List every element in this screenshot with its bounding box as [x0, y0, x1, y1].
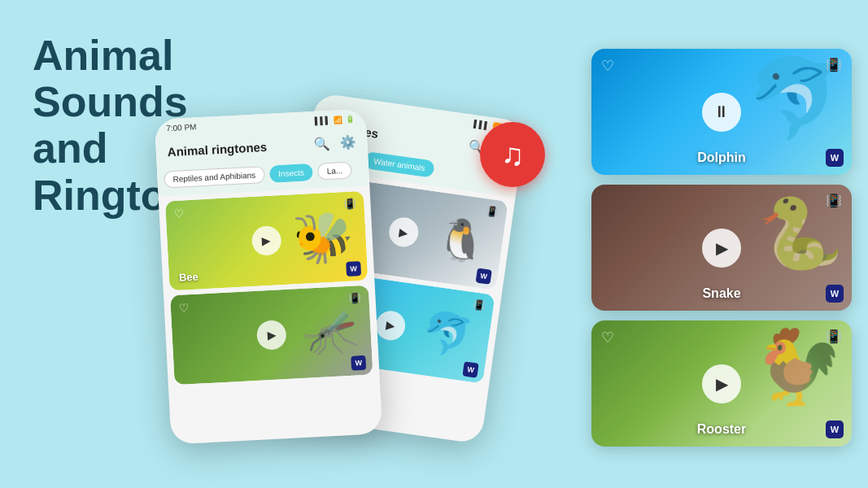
snake-card: 🐍 ▶ 📳 Snake W	[591, 185, 852, 311]
dolphin-pause-btn[interactable]: ⏸	[702, 93, 741, 132]
insect-w-badge: W	[351, 355, 366, 371]
rooster-heart-icon[interactable]: ♡	[601, 329, 614, 346]
penguin-emoji: 🐧	[433, 213, 489, 267]
penguin-phone-icon: 📳	[486, 205, 499, 218]
settings-icon-front[interactable]: ⚙️	[339, 134, 356, 150]
rooster-phone-icon: 📳	[826, 329, 842, 344]
bee-phone-icon: 📳	[343, 198, 356, 210]
title-line1: Animal Sounds	[33, 32, 188, 125]
phone-front-status-icons: ▌▌▌ 📶 🔋	[315, 115, 355, 125]
bee-heart-icon[interactable]: ♡	[173, 207, 185, 220]
bee-card: 🐝 ▶ ♡ 📳 Bee W	[165, 191, 368, 291]
dolphin-phone-emoji: 🐬	[420, 307, 476, 360]
insect-phone-icon: 📳	[348, 292, 361, 304]
dolphin-card-name: Dolphin	[697, 150, 746, 165]
bee-name: Bee	[179, 271, 199, 284]
dolphin-phone-icon: 📳	[826, 57, 842, 72]
dolphin-w-badge: W	[826, 149, 844, 167]
phone-front-header-icons: 🔍 ⚙️	[313, 134, 356, 152]
rooster-card-name: Rooster	[697, 422, 746, 437]
bee-w-badge: W	[346, 261, 361, 277]
tab-water-animals[interactable]: Water animals	[364, 151, 435, 178]
rooster-play-btn[interactable]: ▶	[702, 364, 741, 403]
phone-front-time: 7:00 PM	[166, 122, 197, 133]
dolphin-heart-icon[interactable]: ♡	[601, 57, 614, 75]
phone-front-title: Animal ringtones	[167, 140, 267, 159]
tab-insects[interactable]: Insects	[269, 163, 314, 183]
music-note-button[interactable]: ♫	[480, 122, 545, 187]
dolphin-card: 🐬 ⏸ ♡ 📳 Dolphin W	[591, 49, 852, 175]
snake-phone-icon: 📳	[826, 193, 842, 208]
rooster-w-badge: W	[826, 420, 844, 438]
dolphin-phone-w-badge: W	[462, 361, 478, 377]
snake-w-badge: W	[826, 285, 844, 303]
snake-play-btn[interactable]: ▶	[702, 229, 741, 268]
music-note-icon: ♫	[501, 137, 525, 172]
tab-la[interactable]: La...	[317, 161, 352, 180]
snake-card-name: Snake	[702, 286, 740, 301]
insect-heart-icon[interactable]: ♡	[178, 301, 190, 315]
right-cards-container: 🐬 ⏸ ♡ 📳 Dolphin W 🐍 ▶ 📳 Snake W 🐓 ▶ ♡ 📳 …	[591, 49, 852, 447]
insect-card: 🦟 ▶ ♡ 📳 W	[170, 285, 373, 386]
penguin-w-badge: W	[476, 268, 492, 284]
search-icon-front[interactable]: 🔍	[313, 136, 330, 152]
insect-emoji: 🦟	[301, 304, 360, 360]
dolphin-phone-icon: 📳	[473, 298, 486, 312]
bee-emoji: 🐝	[291, 207, 355, 268]
tab-reptiles[interactable]: Reptiles and Aphibians	[164, 166, 265, 188]
rooster-card: 🐓 ▶ ♡ 📳 Rooster W	[591, 320, 852, 447]
phone-front: 7:00 PM ▌▌▌ 📶 🔋 Animal ringtones 🔍 ⚙️ Re…	[155, 108, 383, 444]
